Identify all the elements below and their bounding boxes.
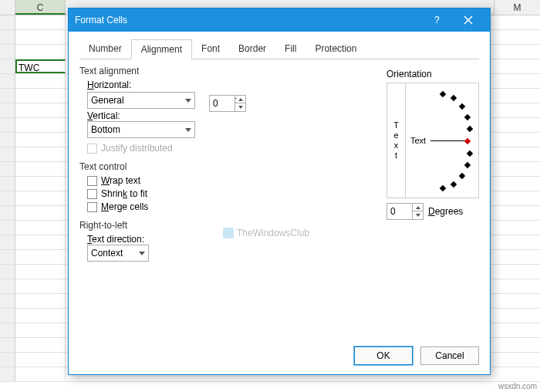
tab-strip: Number Alignment Font Border Fill Protec… — [79, 39, 479, 59]
help-button[interactable]: ? — [422, 8, 453, 32]
degrees-label: Degrees — [428, 206, 463, 217]
orientation-label: Orientation — [386, 69, 479, 79]
titlebar[interactable]: Format Cells ? — [69, 8, 490, 32]
orientation-vertical-button[interactable]: T e x t — [387, 83, 406, 198]
tab-alignment[interactable]: Alignment — [131, 39, 192, 59]
watermark: TheWindowsClub — [223, 228, 309, 238]
tab-protection[interactable]: Protection — [305, 39, 366, 59]
watermark-icon — [223, 228, 234, 238]
dialog-title: Format Cells — [75, 15, 422, 25]
indent-input[interactable] — [210, 96, 235, 111]
indent-spinner[interactable] — [209, 95, 246, 112]
col-header-c[interactable]: C — [15, 0, 66, 15]
orientation-control[interactable]: T e x t Text — [386, 83, 479, 198]
vertical-select[interactable]: Bottom — [87, 121, 195, 138]
orientation-dial-label: Text — [410, 136, 426, 145]
ok-button[interactable]: OK — [354, 346, 413, 365]
format-cells-dialog: Format Cells ? Number Alignment Font Bor… — [68, 8, 491, 375]
active-cell[interactable]: TWC — [15, 59, 66, 73]
indent-down-icon[interactable] — [235, 103, 245, 111]
tab-font[interactable]: Font — [192, 39, 229, 59]
credit-text: wsxdn.com — [498, 382, 537, 390]
degrees-down-icon[interactable] — [413, 211, 423, 219]
tab-fill[interactable]: Fill — [275, 39, 305, 59]
degrees-spinner[interactable] — [386, 203, 424, 220]
cancel-button[interactable]: Cancel — [420, 346, 479, 365]
vertical-label: Vertical: — [87, 110, 209, 121]
degrees-up-icon[interactable] — [413, 204, 423, 211]
indent-up-icon[interactable] — [235, 96, 245, 103]
tab-number[interactable]: Number — [79, 39, 131, 59]
orientation-dial[interactable]: Text — [406, 83, 478, 198]
degrees-input[interactable] — [387, 204, 412, 219]
tab-border[interactable]: Border — [229, 39, 275, 59]
text-direction-select[interactable]: Context — [87, 245, 149, 262]
col-header-m[interactable]: M — [494, 0, 540, 15]
close-button[interactable] — [453, 8, 484, 32]
svg-text:?: ? — [434, 15, 440, 25]
horizontal-select[interactable]: General — [87, 92, 195, 109]
